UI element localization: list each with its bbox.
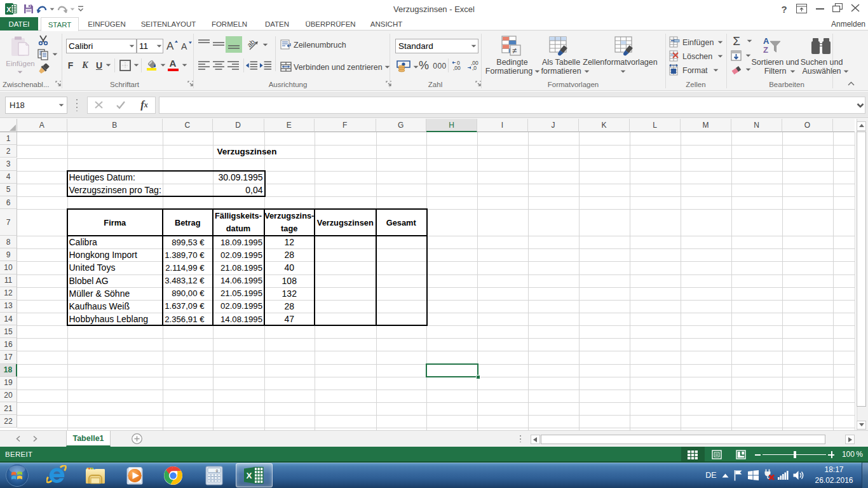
svg-text:Z: Z [763, 45, 768, 55]
svg-text:A: A [181, 41, 187, 51]
svg-text:≠: ≠ [512, 46, 517, 55]
svg-text:A: A [166, 40, 174, 51]
svg-text:,00: ,00 [453, 65, 461, 71]
svg-text:ab: ab [247, 38, 256, 49]
svg-text:,0: ,0 [472, 65, 477, 71]
svg-text:X: X [6, 6, 11, 13]
svg-text:X: X [246, 471, 252, 480]
svg-text:A: A [763, 36, 770, 46]
